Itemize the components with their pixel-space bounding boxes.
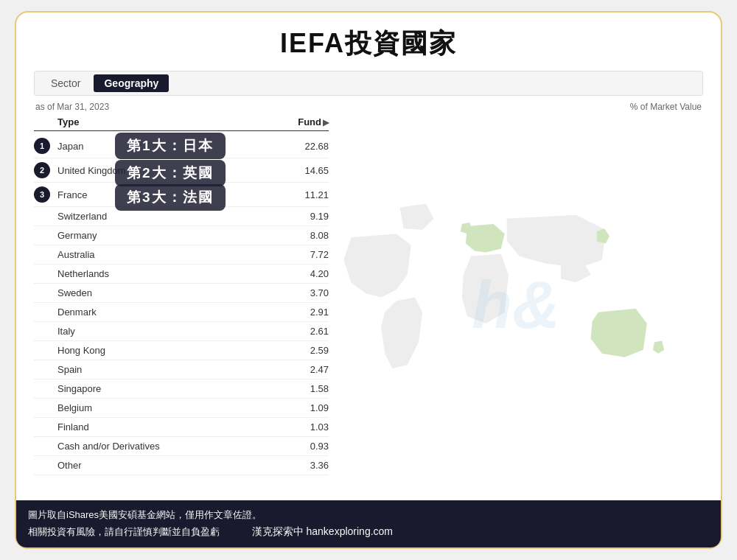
value-australia: 7.72 (284, 249, 329, 260)
country-france: France (57, 189, 284, 200)
footer-line2: 相關投資有風險，請自行謹慎判斷並自負盈虧 漢克探索中 hankexploring… (28, 523, 709, 540)
main-content: Type Fund▶ 1 Japan 22.68 第1大：日本 (34, 115, 703, 494)
rank-badge-3: 3 (34, 186, 50, 203)
table-row: Hong Kong 2.59 (34, 341, 329, 360)
value-finland: 1.03 (284, 421, 329, 433)
value-belgium: 1.09 (284, 402, 329, 413)
country-switzerland: Switzerland (57, 211, 284, 222)
table-row: Netherlands 4.20 (34, 265, 329, 284)
country-spain: Spain (57, 364, 284, 375)
rank-badge-2: 2 (34, 162, 50, 178)
table-header: Type Fund▶ (34, 115, 329, 131)
annotated-row-2: 2 United Kingdom 14.65 第2大：英國 (34, 158, 329, 183)
value-japan: 22.68 (284, 141, 329, 152)
table-row: Cash and/or Derivatives 0.93 (34, 437, 329, 456)
country-japan: Japan (57, 141, 284, 152)
value-spain: 2.47 (284, 364, 329, 375)
table-row: Italy 2.61 (34, 322, 329, 341)
table-row: Switzerland 9.19 (34, 207, 329, 226)
country-denmark: Denmark (57, 307, 284, 318)
footer-site: 漢克探索中 hankexploring.com (252, 525, 393, 537)
country-other: Other (57, 460, 284, 471)
value-france: 11.21 (284, 189, 329, 200)
table-row: 2 United Kingdom 14.65 (34, 158, 329, 183)
country-cash: Cash and/or Derivatives (57, 441, 284, 452)
table-row: Denmark 2.91 (34, 303, 329, 322)
value-denmark: 2.91 (284, 307, 329, 318)
footer-line1: 圖片取自iShares美國安碩基金網站，僅用作文章佐證。 (28, 508, 709, 523)
table-row: Sweden 3.70 (34, 284, 329, 303)
page-title: IEFA投資國家 (34, 26, 703, 62)
rank-badge-1: 1 (34, 138, 50, 154)
col-fund-header: Fund▶ (284, 116, 329, 127)
world-map (329, 115, 703, 494)
table-row: Singapore 1.58 (34, 379, 329, 399)
value-hongkong: 2.59 (284, 345, 329, 356)
country-hongkong: Hong Kong (57, 345, 284, 356)
country-australia: Australia (57, 249, 284, 260)
country-netherlands: Netherlands (57, 268, 284, 279)
tab-sector[interactable]: Sector (41, 74, 91, 92)
table-row: Finland 1.03 (34, 418, 329, 437)
value-uk: 14.65 (284, 165, 329, 176)
value-cash: 0.93 (284, 441, 329, 452)
table-row: Germany 8.08 (34, 226, 329, 245)
country-belgium: Belgium (57, 402, 284, 413)
table-row: Spain 2.47 (34, 360, 329, 379)
tab-bar: Sector Geography (34, 71, 703, 96)
value-germany: 8.08 (284, 230, 329, 241)
date-label: as of Mar 31, 2023 (35, 102, 109, 112)
country-italy: Italy (57, 326, 284, 337)
table-row: 1 Japan 22.68 (34, 134, 329, 158)
table-row: Australia 7.72 (34, 245, 329, 265)
value-singapore: 1.58 (284, 383, 329, 394)
annotated-row-3: 3 France 11.21 第3大：法國 (34, 183, 329, 207)
col-type-header: Type (57, 116, 284, 127)
table-row: Belgium 1.09 (34, 399, 329, 418)
table-section: Type Fund▶ 1 Japan 22.68 第1大：日本 (34, 115, 329, 494)
value-switzerland: 9.19 (284, 211, 329, 222)
country-sweden: Sweden (57, 287, 284, 298)
map-section: h& (329, 115, 703, 494)
country-uk: United Kingdom (57, 165, 284, 176)
table-row: Other 3.36 (34, 456, 329, 475)
sub-header: as of Mar 31, 2023 % of Market Value (34, 102, 703, 112)
footer-bar: 圖片取自iShares美國安碩基金網站，僅用作文章佐證。 相關投資有風險，請自行… (16, 500, 721, 547)
value-other: 3.36 (284, 460, 329, 471)
value-italy: 2.61 (284, 326, 329, 337)
country-singapore: Singapore (57, 383, 284, 394)
tab-geography[interactable]: Geography (94, 74, 169, 92)
country-germany: Germany (57, 230, 284, 241)
value-netherlands: 4.20 (284, 268, 329, 279)
country-finland: Finland (57, 421, 284, 433)
main-card: IEFA投資國家 Sector Geography as of Mar 31, … (15, 11, 722, 549)
value-label: % of Market Value (630, 102, 702, 112)
table-row: 3 France 11.21 (34, 183, 329, 207)
value-sweden: 3.70 (284, 287, 329, 298)
annotated-row-1: 1 Japan 22.68 第1大：日本 (34, 134, 329, 158)
